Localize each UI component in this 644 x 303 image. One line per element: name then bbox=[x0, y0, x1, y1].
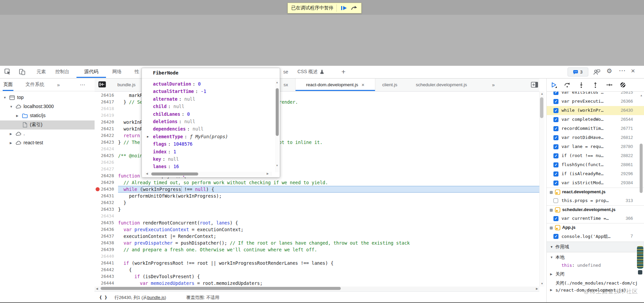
sidebar-more-menu[interactable]: ⋯ bbox=[80, 78, 86, 91]
line-number[interactable]: 26436 bbox=[95, 226, 114, 233]
issues-badge[interactable]: 3 bbox=[568, 67, 588, 77]
chevron-expanded-icon[interactable]: ▼ bbox=[550, 256, 553, 259]
line-number[interactable]: 26437 bbox=[95, 233, 114, 240]
editor-tab-client.js[interactable]: client.js bbox=[375, 78, 405, 91]
deactivate-breakpoints-icon[interactable] bbox=[619, 81, 627, 89]
line-number[interactable]: 26433 bbox=[95, 206, 114, 213]
show-right-panel-icon[interactable] bbox=[531, 82, 538, 89]
breakpoint-row[interactable]: ✓if (isAlreadyRe…29296 bbox=[547, 169, 644, 179]
tree-item-top[interactable]: ▼top bbox=[0, 93, 95, 102]
editor-tab-reactdom.development.js[interactable]: react-dom.development.js× bbox=[295, 78, 375, 91]
line-number[interactable]: 26421 bbox=[95, 125, 114, 132]
breakpoint-row[interactable]: ✓console.log('App组…7 bbox=[547, 232, 644, 241]
breakpoint-row[interactable]: this.props = prop…313 bbox=[547, 196, 644, 205]
chevron-expanded-icon[interactable]: ▼ bbox=[10, 105, 13, 108]
sidebar-tab-overflow[interactable]: » bbox=[57, 78, 60, 91]
breakpoint-checkbox[interactable]: ✓ bbox=[553, 117, 558, 122]
breakpoint-checkbox[interactable]: ✓ bbox=[553, 171, 558, 176]
line-number[interactable]: 26425 bbox=[95, 152, 114, 159]
editor-tab-sx[interactable]: sx bbox=[281, 78, 291, 91]
breakpoint-checkbox[interactable]: ✓ bbox=[553, 153, 558, 158]
breakpoint-row[interactable]: ✓var lane = requ…28780 bbox=[547, 142, 644, 151]
breakpoint-row[interactable]: ✓flushSync(funct…28861 bbox=[547, 160, 644, 169]
tree-item-[interactable]: (索引) bbox=[0, 120, 95, 130]
striped-scrollbar-decoration[interactable] bbox=[637, 246, 643, 269]
breakpoint-row[interactable]: ✓var rootDidHave…26812 bbox=[547, 133, 644, 142]
breakpoint-row[interactable]: ✓var isStrictMod…29384 bbox=[547, 179, 644, 188]
step-icon[interactable] bbox=[605, 81, 613, 89]
devtools-tab-1[interactable]: 元素 bbox=[32, 66, 50, 78]
scroll-down-arrow[interactable]: ▼ bbox=[541, 283, 543, 285]
line-number[interactable]: 26426 bbox=[95, 159, 114, 166]
line-number[interactable]: 26428 bbox=[95, 172, 114, 179]
scrollbar-knob[interactable] bbox=[638, 270, 642, 274]
step-out-icon[interactable] bbox=[591, 81, 600, 89]
sidebar-tab-page[interactable]: 页面 bbox=[3, 78, 13, 91]
line-number[interactable]: 26431 bbox=[95, 193, 114, 199]
more-options-icon[interactable]: ⋯ bbox=[619, 67, 626, 74]
resume-icon[interactable] bbox=[549, 81, 558, 89]
line-number[interactable]: 26432 bbox=[95, 199, 114, 206]
scroll-up-arrow[interactable]: ▲ bbox=[541, 93, 543, 95]
breakpoint-row[interactable]: ✓while (workInPr…26430 bbox=[547, 106, 644, 115]
breakpoint-checkbox[interactable]: ✓ bbox=[553, 234, 558, 239]
breakpoint-file-header-App.js[interactable]: App.js bbox=[547, 223, 644, 232]
line-number[interactable]: 26435 bbox=[95, 219, 114, 226]
step-over-button[interactable] bbox=[349, 5, 359, 11]
tree-item-localhost3000[interactable]: ▼localhost:3000 bbox=[0, 102, 95, 111]
resume-script-button[interactable] bbox=[339, 5, 349, 11]
line-number[interactable]: 26430 bbox=[95, 186, 114, 193]
feedback-icon[interactable] bbox=[593, 69, 600, 77]
breakpoint-checkbox[interactable]: ✓ bbox=[553, 135, 558, 140]
editor-tab-scheduler.development.js[interactable]: scheduler.development.js bbox=[405, 78, 478, 91]
line-number[interactable]: 26418 bbox=[95, 105, 114, 112]
tree-item-staticjs[interactable]: ▶static/js bbox=[0, 111, 95, 120]
line-number[interactable]: 26420 bbox=[95, 119, 114, 125]
tooltip-scroll-right[interactable]: ▶ bbox=[267, 172, 269, 175]
pretty-print-button[interactable]: { } bbox=[99, 295, 107, 300]
step-into-icon[interactable] bbox=[577, 81, 586, 89]
close-devtools-icon[interactable]: × bbox=[631, 67, 635, 74]
line-number[interactable]: 26438 bbox=[95, 240, 114, 246]
devtools-tab-4[interactable]: 网络 bbox=[107, 66, 127, 78]
line-number[interactable]: 26441 bbox=[95, 260, 114, 266]
chevron-collapsed-icon[interactable]: ▶ bbox=[10, 132, 12, 136]
step-over-icon[interactable] bbox=[563, 81, 572, 89]
breakpoint-checkbox[interactable]: ✓ bbox=[553, 144, 558, 149]
breakpoint-checkbox[interactable]: ✓ bbox=[553, 126, 558, 131]
source-map-link[interactable]: bundle.js bbox=[147, 295, 165, 300]
tooltip-vscrollbar-thumb[interactable] bbox=[276, 88, 279, 136]
line-number[interactable]: 26416 bbox=[95, 92, 114, 99]
line-number[interactable]: 26423 bbox=[95, 139, 114, 146]
line-number[interactable]: 26429 bbox=[95, 179, 114, 186]
breakpoint-row[interactable]: ✓recordCommitTim…26771 bbox=[547, 124, 644, 133]
breakpoint-checkbox[interactable]: ✓ bbox=[553, 181, 558, 186]
chevron-collapsed-icon[interactable]: ▶ bbox=[550, 288, 552, 292]
scroll-left-arrow[interactable]: ◀ bbox=[96, 288, 98, 290]
tooltip-scroll-up[interactable]: ▲ bbox=[276, 81, 278, 84]
new-tab-button[interactable]: + bbox=[339, 66, 348, 78]
collapse-navigator-icon[interactable] bbox=[98, 81, 106, 89]
device-toolbar-icon[interactable] bbox=[19, 68, 25, 77]
line-number[interactable]: 26440 bbox=[95, 253, 114, 260]
editor-tab-overflow[interactable]: » bbox=[488, 78, 498, 91]
inspect-icon[interactable] bbox=[4, 68, 11, 77]
line-number[interactable]: 26427 bbox=[95, 166, 114, 172]
devtools-tab-3[interactable]: 源代码 bbox=[76, 66, 106, 78]
tooltip-hscrollbar-thumb[interactable] bbox=[151, 172, 198, 175]
tab-css-overview[interactable]: CSS 概述 bbox=[297, 66, 325, 78]
breakpoint-checkbox[interactable]: ✓ bbox=[553, 162, 558, 167]
breakpoint-checkbox[interactable]: ✓ bbox=[553, 108, 558, 113]
editor-tab-bundle.js[interactable]: bundle.js bbox=[108, 78, 145, 91]
hidden-tab-fragment[interactable]: se bbox=[282, 66, 290, 78]
editor-vscrollbar[interactable]: ▲ ▼ bbox=[539, 91, 544, 287]
breakpoint-row[interactable]: ✓var currentTime =…366 bbox=[547, 214, 644, 223]
editor-vscrollbar-thumb[interactable] bbox=[540, 97, 543, 118]
sidebar-tab-filesystem[interactable]: 文件系统 bbox=[25, 78, 44, 91]
panel-scrollbar-thumb[interactable] bbox=[640, 144, 643, 193]
line-number[interactable]: 26424 bbox=[95, 146, 114, 152]
breakpoint-row[interactable]: ✓var completedWo…26544 bbox=[547, 115, 644, 124]
expand-property-icon[interactable]: ▶ bbox=[147, 133, 149, 140]
devtools-tab-2[interactable]: 控制台 bbox=[50, 66, 74, 78]
line-number[interactable]: 26434 bbox=[95, 213, 114, 219]
